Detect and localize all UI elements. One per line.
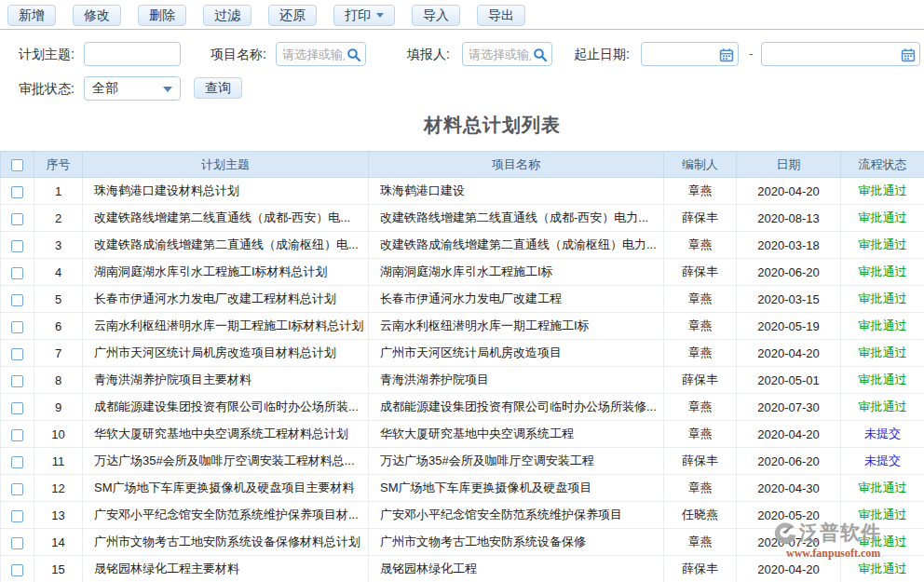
- search-icon[interactable]: [533, 47, 548, 62]
- row-checkbox[interactable]: [11, 456, 23, 468]
- compiler-name: 薛保丰: [664, 556, 737, 582]
- header-date: 日期: [737, 152, 841, 178]
- export-button[interactable]: 导出: [477, 5, 525, 26]
- filter-row-1: 计划主题: 项目名称: 填报人: 起止日期:: [0, 42, 924, 67]
- plan-subject-label: 计划主题:: [19, 47, 75, 63]
- project-name-link[interactable]: 湖南洞庭湖水库引水工程施工I标: [369, 259, 664, 286]
- project-name-link[interactable]: 青海洪湖养护院项目: [369, 367, 664, 394]
- row-number: 15: [34, 556, 83, 582]
- add-button[interactable]: 新增: [7, 5, 56, 26]
- project-name-link[interactable]: 改建铁路成渝线增建第二直通线（成渝枢纽）电力...: [369, 232, 664, 259]
- compiler-name: 章燕: [664, 313, 737, 340]
- query-button[interactable]: 查询: [194, 77, 242, 99]
- status-badge: 审批通过: [841, 178, 924, 205]
- project-name-link[interactable]: 晟铭园林绿化工程: [369, 556, 664, 582]
- project-name-link[interactable]: SM广场地下车库更换摄像机及硬盘项目: [369, 475, 664, 502]
- plan-subject-link[interactable]: 珠海鹤港口建设材料总计划: [83, 178, 369, 205]
- plan-subject-link[interactable]: 晟铭园林绿化工程主要材料: [83, 556, 369, 582]
- project-name-link[interactable]: 长春市伊通河水力发电厂改建工程: [369, 286, 664, 313]
- table-body: 1珠海鹤港口建设材料总计划珠海鹤港口建设章燕2020-04-20审批通过2改建铁…: [1, 178, 924, 582]
- status-badge: 审批通过: [841, 529, 924, 556]
- project-name-link[interactable]: 成都能源建设集团投资有限公司临时办公场所装修...: [369, 394, 664, 421]
- table-row: 15晟铭园林绿化工程主要材料晟铭园林绿化工程薛保丰2020-04-20审批通过: [1, 556, 924, 582]
- project-name-label: 项目名称:: [211, 47, 266, 63]
- project-name-link[interactable]: 云南水利枢纽潜明水库一期工程施工I标: [369, 313, 664, 340]
- date-to-input[interactable]: [762, 43, 919, 65]
- row-number: 10: [34, 421, 83, 448]
- project-name-link[interactable]: 广州市天河区统计局机房改造项目: [369, 340, 664, 367]
- table-row: 2改建铁路线增建第二线直通线（成都-西安）电...改建铁路线增建第二线直通线（成…: [1, 205, 924, 232]
- row-checkbox-cell: [1, 313, 34, 340]
- plan-subject-link[interactable]: 广安邓小平纪念馆安全防范系统维护保养项目材...: [83, 502, 369, 529]
- plan-subject-link[interactable]: 广州市天河区统计局机房改造项目材料总计划: [83, 340, 369, 367]
- row-checkbox[interactable]: [11, 186, 23, 198]
- plan-subject-link[interactable]: SM广场地下车库更换摄像机及硬盘项目主要材料: [83, 475, 369, 502]
- reporter-field-wrap: [462, 42, 552, 66]
- row-checkbox[interactable]: [11, 294, 23, 306]
- plan-subject-link[interactable]: 长春市伊通河水力发电厂改建工程材料总计划: [83, 286, 369, 313]
- header-project: 项目名称: [369, 152, 664, 178]
- row-checkbox-cell: [1, 556, 34, 582]
- row-checkbox[interactable]: [11, 375, 23, 387]
- toolbar: 新增 修改 删除 过滤 还原 打印 导入 导出: [0, 0, 924, 30]
- plan-subject-link[interactable]: 湖南洞庭湖水库引水工程施工I标材料总计划: [83, 259, 369, 286]
- row-checkbox[interactable]: [11, 267, 23, 279]
- project-name-link[interactable]: 华软大厦研究基地中央空调系统工程: [369, 421, 664, 448]
- compiler-name: 薛保丰: [664, 367, 737, 394]
- status-badge: 审批通过: [841, 232, 924, 259]
- restore-button[interactable]: 还原: [268, 5, 317, 26]
- row-date: 2020-03-18: [737, 232, 841, 259]
- edit-button[interactable]: 修改: [73, 5, 121, 26]
- row-date: 2020-04-20: [737, 178, 841, 205]
- table-row: 14广州市文物考古工地安防系统设备保修材料总计划广州市文物考古工地安防系统设备保…: [1, 529, 924, 556]
- row-checkbox[interactable]: [11, 483, 23, 495]
- approval-status-select[interactable]: 全部: [84, 76, 181, 101]
- row-date: 2020-04-20: [737, 556, 841, 582]
- project-name-link[interactable]: 珠海鹤港口建设: [369, 178, 664, 205]
- row-checkbox[interactable]: [11, 537, 23, 549]
- delete-button[interactable]: 删除: [138, 5, 186, 26]
- compiler-name: 薛保丰: [664, 205, 737, 232]
- row-checkbox[interactable]: [11, 240, 23, 252]
- row-number: 6: [34, 313, 83, 340]
- row-date: 2020-05-19: [737, 313, 841, 340]
- compiler-name: 章燕: [664, 475, 737, 502]
- row-checkbox[interactable]: [11, 402, 23, 414]
- row-checkbox[interactable]: [11, 348, 23, 360]
- project-name-link[interactable]: 广州市文物考古工地安防系统设备保修: [369, 529, 664, 556]
- print-button[interactable]: 打印: [333, 5, 395, 26]
- plan-subject-link[interactable]: 改建铁路成渝线增建第二直通线（成渝枢纽）电...: [83, 232, 369, 259]
- caret-down-icon: [163, 87, 172, 92]
- row-date: 2020-04-20: [737, 340, 841, 367]
- plan-subject-link[interactable]: 广州市文物考古工地安防系统设备保修材料总计划: [83, 529, 369, 556]
- date-range-separator: -: [749, 47, 754, 61]
- project-name-link[interactable]: 万达广场35#会所及咖啡厅空调安装工程: [369, 448, 664, 475]
- row-checkbox-cell: [1, 205, 34, 232]
- project-name-link[interactable]: 改建铁路线增建第二线直通线（成都-西安）电力...: [369, 205, 664, 232]
- calendar-icon[interactable]: [901, 47, 916, 62]
- plan-subject-link[interactable]: 改建铁路线增建第二线直通线（成都-西安）电...: [83, 205, 369, 232]
- plan-subject-link[interactable]: 成都能源建设集团投资有限公司临时办公场所装...: [83, 394, 369, 421]
- project-name-link[interactable]: 广安邓小平纪念馆安全防范系统维护保养项目: [369, 502, 664, 529]
- plan-subject-input[interactable]: [85, 43, 180, 65]
- row-checkbox[interactable]: [11, 321, 23, 333]
- row-checkbox[interactable]: [11, 429, 23, 441]
- row-checkbox[interactable]: [11, 564, 23, 576]
- header-no: 序号: [34, 152, 83, 178]
- plan-subject-link[interactable]: 万达广场35#会所及咖啡厅空调安装工程材料总...: [83, 448, 369, 475]
- plan-subject-link[interactable]: 云南水利枢纽潜明水库一期工程施工I标材料总计划: [83, 313, 369, 340]
- select-all-checkbox[interactable]: [11, 159, 23, 171]
- row-checkbox[interactable]: [11, 213, 23, 225]
- table-row: 11万达广场35#会所及咖啡厅空调安装工程材料总...万达广场35#会所及咖啡厅…: [1, 448, 924, 475]
- filter-button[interactable]: 过滤: [203, 5, 251, 26]
- calendar-icon[interactable]: [719, 47, 734, 62]
- row-checkbox[interactable]: [11, 510, 23, 522]
- import-button[interactable]: 导入: [412, 5, 460, 26]
- search-icon[interactable]: [346, 47, 361, 62]
- plan-subject-link[interactable]: 华软大厦研究基地中央空调系统工程材料总计划: [83, 421, 369, 448]
- plan-subject-link[interactable]: 青海洪湖养护院项目主要材料: [83, 367, 369, 394]
- table-row: 5长春市伊通河水力发电厂改建工程材料总计划长春市伊通河水力发电厂改建工程章燕20…: [1, 286, 924, 313]
- compiler-name: 章燕: [664, 286, 737, 313]
- status-badge: 审批通过: [841, 286, 924, 313]
- row-date: 2020-07-30: [737, 394, 841, 421]
